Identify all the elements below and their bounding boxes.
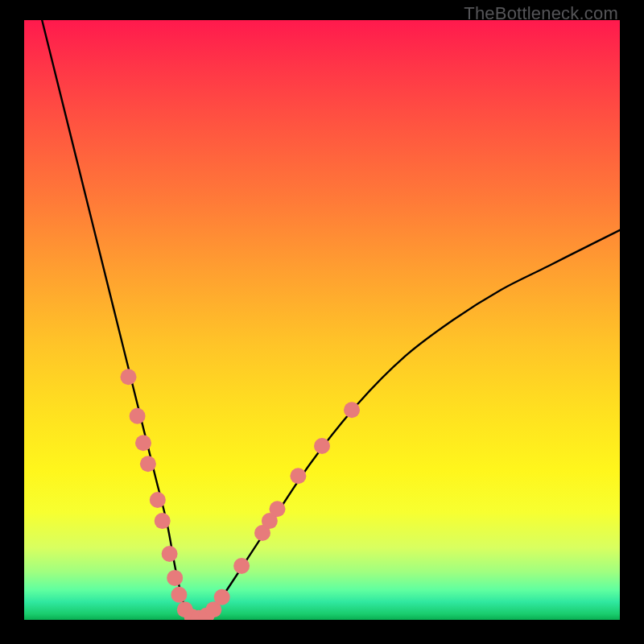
curve-marker-dot [233,558,250,574]
bottleneck-curve-svg [24,20,620,620]
chart-plot-area [24,20,620,620]
curve-marker-dot [290,468,306,484]
curve-marker-dot [140,456,156,472]
curve-marker-dot [155,513,171,529]
curve-marker-dot [171,587,187,603]
curve-marker-dot [167,570,183,586]
curve-marker-dot [121,369,137,385]
curve-marker-dot [162,546,178,562]
curve-marker-dot [130,408,146,424]
curve-marker-dot [135,435,151,451]
curve-marker-dot [314,438,330,454]
curve-marker-dot [214,589,230,605]
bottleneck-curve-path [42,20,620,620]
curve-marker-dot [150,492,166,508]
curve-marker-dot [270,501,286,517]
curve-marker-group [121,369,361,620]
curve-marker-dot [344,402,360,418]
